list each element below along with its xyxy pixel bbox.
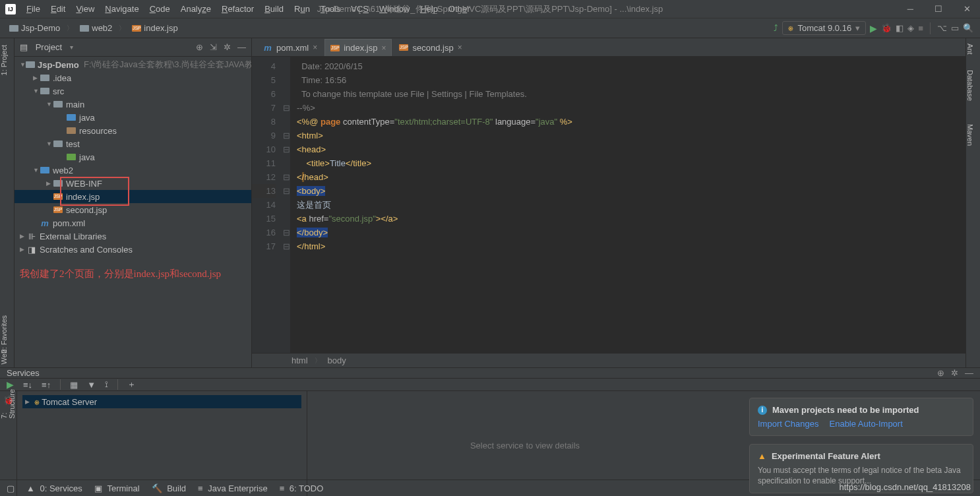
ide-settings-button[interactable]: ▭ bbox=[951, 23, 959, 33]
fold-column[interactable]: ⊟⊟⊟⊟⊟⊟⊟ bbox=[282, 57, 290, 353]
node-second-jsp[interactable]: JSPsecond.jsp bbox=[15, 203, 251, 216]
debug-button[interactable]: 🐞 bbox=[881, 23, 892, 33]
project-tree[interactable]: ▼Jsp-Demo F:\尚硅谷Java全套教程\3.尚硅谷全套JAVA教程- … bbox=[15, 57, 251, 367]
coverage-button[interactable]: ◧ bbox=[896, 23, 903, 33]
close-button[interactable]: ✕ bbox=[960, 3, 975, 15]
sb-java-ee[interactable]: ≡ Java Enterprise bbox=[198, 483, 268, 493]
maven-import-notification: iMaven projects need to be imported Impo… bbox=[749, 398, 973, 436]
menu-navigate[interactable]: Navigate bbox=[100, 1, 144, 16]
crumb-html[interactable]: html bbox=[291, 356, 308, 365]
tab-web[interactable]: Web bbox=[0, 350, 8, 364]
search-everywhere-button[interactable]: 🔍 bbox=[963, 23, 973, 33]
menu-code[interactable]: Code bbox=[144, 1, 175, 16]
collapse-icon[interactable]: ⇲ bbox=[210, 42, 217, 52]
minimize-button[interactable]: ─ bbox=[903, 3, 917, 15]
close-icon[interactable]: × bbox=[313, 43, 317, 52]
gear-icon[interactable]: ✲ bbox=[224, 42, 231, 52]
crumb-body[interactable]: body bbox=[328, 356, 346, 365]
target-icon[interactable]: ⊕ bbox=[937, 368, 944, 378]
left-tool-strip: 1: Project 2: Favorites bbox=[0, 38, 15, 367]
menu-view[interactable]: View bbox=[71, 1, 100, 16]
crumb-project[interactable]: Jsp-Demo bbox=[5, 22, 64, 34]
gear-icon[interactable]: ✲ bbox=[951, 368, 958, 378]
project-sidebar: ▤ Project ▾ ⊕ ⇲ ✲ — ▼Jsp-Demo F:\尚硅谷Java… bbox=[15, 38, 252, 367]
node-java[interactable]: java bbox=[15, 111, 251, 124]
main-area: 1: Project 2: Favorites ▤ Project ▾ ⊕ ⇲ … bbox=[0, 38, 980, 367]
node-ext-libs[interactable]: ▶⊪External Libraries bbox=[15, 230, 251, 243]
editor-area: mpom.xml× JSPindex.jsp× JSPsecond.jsp× 4… bbox=[252, 38, 965, 367]
menu-edit[interactable]: Edit bbox=[46, 1, 71, 16]
maximize-button[interactable]: ☐ bbox=[931, 3, 946, 15]
tool-window-button[interactable]: ▢ bbox=[7, 483, 15, 493]
tab-structure[interactable]: 7: Structure bbox=[0, 389, 16, 419]
target-icon[interactable]: ⊕ bbox=[196, 42, 203, 52]
menu-file[interactable]: File bbox=[21, 1, 46, 16]
step-back-button[interactable]: ≡↑ bbox=[42, 380, 51, 390]
node-main[interactable]: ▼main bbox=[15, 98, 251, 111]
crumb-file[interactable]: JSPindex.jsp bbox=[128, 22, 181, 34]
sb-todo[interactable]: ≡ 6: TODO bbox=[280, 483, 324, 493]
services-title: Services bbox=[7, 368, 40, 378]
sidebar-title[interactable]: ▤ Project ▾ bbox=[20, 42, 73, 52]
tab-pom[interactable]: mpom.xml× bbox=[257, 39, 323, 56]
code-lines[interactable]: Date: 2020/6/15 Time: 16:56 To change th… bbox=[290, 57, 965, 353]
add-button[interactable]: ＋ bbox=[127, 379, 136, 390]
hide-icon[interactable]: — bbox=[965, 368, 973, 378]
breadcrumb: Jsp-Demo 〉 web2 〉 JSPindex.jsp bbox=[0, 22, 182, 34]
stop-button[interactable]: ■ bbox=[918, 23, 923, 33]
title-bar: IJ File Edit View Navigate Code Analyze … bbox=[0, 0, 980, 18]
marker-icon[interactable]: ⤴ bbox=[774, 23, 778, 33]
app-icon: IJ bbox=[5, 4, 16, 15]
node-root[interactable]: ▼Jsp-Demo F:\尚硅谷Java全套教程\3.尚硅谷全套JAVA教程- bbox=[15, 58, 251, 71]
crumb-folder[interactable]: web2 bbox=[76, 22, 116, 34]
sb-services[interactable]: ▲ 0: Services bbox=[26, 483, 82, 493]
tab-project[interactable]: 1: Project bbox=[0, 45, 8, 75]
menu-run[interactable]: Run bbox=[289, 1, 315, 16]
filter-button[interactable]: ▼ bbox=[87, 380, 96, 390]
watermark: https://blog.csdn.net/qq_41813208 bbox=[840, 482, 971, 492]
services-tree[interactable]: ▶ ⎈ Tomcat Server bbox=[17, 391, 307, 496]
tab-index-jsp[interactable]: JSPindex.jsp× bbox=[324, 39, 392, 56]
warning-icon: ▲ bbox=[758, 451, 766, 461]
sb-terminal[interactable]: ▣ Terminal bbox=[94, 483, 140, 493]
node-pom[interactable]: mpom.xml bbox=[15, 216, 251, 230]
tab-ant[interactable]: Ant bbox=[966, 44, 974, 55]
toolbar: Jsp-Demo 〉 web2 〉 JSPindex.jsp ⤴ ⎈Tomcat… bbox=[0, 18, 980, 38]
menu-refactor[interactable]: Refactor bbox=[216, 1, 259, 16]
node-test[interactable]: ▼test bbox=[15, 137, 251, 150]
hide-icon[interactable]: — bbox=[237, 42, 246, 52]
menu-analyze[interactable]: Analyze bbox=[175, 1, 216, 16]
node-src[interactable]: ▼src bbox=[15, 84, 251, 98]
info-icon: i bbox=[758, 406, 767, 415]
run-config-selector[interactable]: ⎈Tomcat 9.0.16▾ bbox=[782, 21, 866, 35]
menu-build[interactable]: Build bbox=[259, 1, 289, 16]
chevron-right-icon: 〉 bbox=[119, 24, 125, 33]
tab-maven[interactable]: Maven bbox=[966, 124, 974, 146]
services-panel: Services ⊕ ✲ — ▶ ≡↓ ≡↑ ▦ ▼ ⟟ ＋ 🐞 ▶ ⎈ Tom… bbox=[0, 367, 980, 480]
node-index-jsp[interactable]: JSPindex.jsp bbox=[15, 190, 251, 203]
group-button[interactable]: ⟟ bbox=[105, 379, 108, 390]
branch-button[interactable]: ⌥ bbox=[937, 23, 947, 33]
node-webinf[interactable]: ▶WEB-INF bbox=[15, 177, 251, 190]
node-scratches[interactable]: ▶◨Scratches and Consoles bbox=[15, 243, 251, 256]
sb-build[interactable]: 🔨 Build bbox=[152, 483, 187, 493]
import-changes-link[interactable]: Import Changes bbox=[758, 419, 819, 429]
tab-second-jsp[interactable]: JSPsecond.jsp× bbox=[393, 39, 468, 56]
auto-import-link[interactable]: Enable Auto-Import bbox=[830, 419, 903, 429]
grid-button[interactable]: ▦ bbox=[70, 380, 78, 390]
node-test-java[interactable]: java bbox=[15, 150, 251, 164]
profile-button[interactable]: ◈ bbox=[907, 23, 914, 33]
node-web2[interactable]: ▼web2 bbox=[15, 164, 251, 177]
node-resources[interactable]: resources bbox=[15, 124, 251, 137]
run-button[interactable]: ▶ bbox=[7, 379, 14, 390]
node-idea[interactable]: ▶.idea bbox=[15, 71, 251, 84]
code-editor[interactable]: 4567891011121314151617 ⊟⊟⊟⊟⊟⊟⊟ Date: 202… bbox=[252, 57, 965, 353]
close-icon[interactable]: × bbox=[381, 44, 386, 53]
tomcat-server-node[interactable]: ▶ ⎈ Tomcat Server bbox=[22, 395, 301, 408]
tab-favorites[interactable]: 2: Favorites bbox=[0, 315, 8, 353]
run-button[interactable]: ▶ bbox=[870, 23, 877, 34]
right-tool-strip: Ant Database Maven bbox=[965, 38, 980, 367]
tab-database[interactable]: Database bbox=[966, 70, 974, 101]
step-button[interactable]: ≡↓ bbox=[23, 380, 32, 390]
close-icon[interactable]: × bbox=[458, 43, 462, 52]
